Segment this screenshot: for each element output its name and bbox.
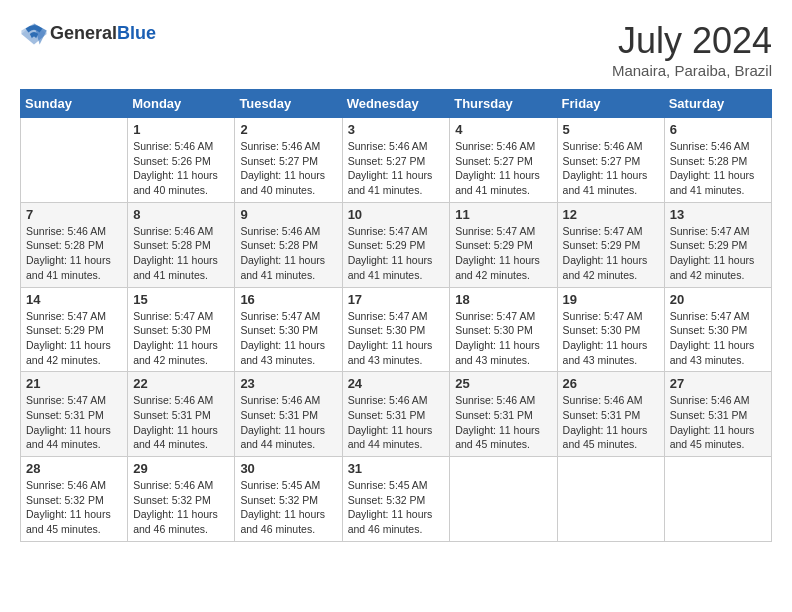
day-number: 22 <box>133 376 229 391</box>
calendar-cell: 3Sunrise: 5:46 AMSunset: 5:27 PMDaylight… <box>342 118 450 203</box>
logo-text: General Blue <box>50 24 156 44</box>
day-number: 25 <box>455 376 551 391</box>
cell-info: Sunrise: 5:46 AMSunset: 5:31 PMDaylight:… <box>563 393 659 452</box>
calendar-cell <box>664 457 771 542</box>
week-row-4: 21Sunrise: 5:47 AMSunset: 5:31 PMDayligh… <box>21 372 772 457</box>
day-number: 17 <box>348 292 445 307</box>
cell-info: Sunrise: 5:46 AMSunset: 5:27 PMDaylight:… <box>455 139 551 198</box>
cell-info: Sunrise: 5:45 AMSunset: 5:32 PMDaylight:… <box>348 478 445 537</box>
day-number: 9 <box>240 207 336 222</box>
cell-info: Sunrise: 5:46 AMSunset: 5:27 PMDaylight:… <box>240 139 336 198</box>
week-row-2: 7Sunrise: 5:46 AMSunset: 5:28 PMDaylight… <box>21 202 772 287</box>
cell-info: Sunrise: 5:46 AMSunset: 5:28 PMDaylight:… <box>240 224 336 283</box>
cell-info: Sunrise: 5:47 AMSunset: 5:29 PMDaylight:… <box>563 224 659 283</box>
calendar-cell: 7Sunrise: 5:46 AMSunset: 5:28 PMDaylight… <box>21 202 128 287</box>
cell-info: Sunrise: 5:45 AMSunset: 5:32 PMDaylight:… <box>240 478 336 537</box>
calendar-cell: 17Sunrise: 5:47 AMSunset: 5:30 PMDayligh… <box>342 287 450 372</box>
page-header: General Blue July 2024 Manaira, Paraiba,… <box>20 20 772 79</box>
day-number: 20 <box>670 292 766 307</box>
day-number: 27 <box>670 376 766 391</box>
calendar-cell: 6Sunrise: 5:46 AMSunset: 5:28 PMDaylight… <box>664 118 771 203</box>
day-number: 10 <box>348 207 445 222</box>
cell-info: Sunrise: 5:46 AMSunset: 5:32 PMDaylight:… <box>26 478 122 537</box>
calendar-cell <box>450 457 557 542</box>
cell-info: Sunrise: 5:47 AMSunset: 5:30 PMDaylight:… <box>240 309 336 368</box>
day-number: 24 <box>348 376 445 391</box>
calendar-header-row: SundayMondayTuesdayWednesdayThursdayFrid… <box>21 90 772 118</box>
calendar-cell: 31Sunrise: 5:45 AMSunset: 5:32 PMDayligh… <box>342 457 450 542</box>
calendar-cell: 22Sunrise: 5:46 AMSunset: 5:31 PMDayligh… <box>128 372 235 457</box>
day-header-saturday: Saturday <box>664 90 771 118</box>
cell-info: Sunrise: 5:46 AMSunset: 5:27 PMDaylight:… <box>563 139 659 198</box>
cell-info: Sunrise: 5:47 AMSunset: 5:29 PMDaylight:… <box>348 224 445 283</box>
day-number: 7 <box>26 207 122 222</box>
cell-info: Sunrise: 5:46 AMSunset: 5:26 PMDaylight:… <box>133 139 229 198</box>
cell-info: Sunrise: 5:46 AMSunset: 5:28 PMDaylight:… <box>26 224 122 283</box>
calendar-cell <box>557 457 664 542</box>
calendar-cell: 24Sunrise: 5:46 AMSunset: 5:31 PMDayligh… <box>342 372 450 457</box>
calendar-cell: 10Sunrise: 5:47 AMSunset: 5:29 PMDayligh… <box>342 202 450 287</box>
logo-blue: Blue <box>117 24 156 44</box>
location: Manaira, Paraiba, Brazil <box>612 62 772 79</box>
cell-info: Sunrise: 5:47 AMSunset: 5:30 PMDaylight:… <box>563 309 659 368</box>
title-block: July 2024 Manaira, Paraiba, Brazil <box>612 20 772 79</box>
calendar-cell: 4Sunrise: 5:46 AMSunset: 5:27 PMDaylight… <box>450 118 557 203</box>
calendar-cell: 15Sunrise: 5:47 AMSunset: 5:30 PMDayligh… <box>128 287 235 372</box>
day-number: 4 <box>455 122 551 137</box>
cell-info: Sunrise: 5:47 AMSunset: 5:29 PMDaylight:… <box>455 224 551 283</box>
day-number: 5 <box>563 122 659 137</box>
calendar-cell: 5Sunrise: 5:46 AMSunset: 5:27 PMDaylight… <box>557 118 664 203</box>
day-number: 19 <box>563 292 659 307</box>
cell-info: Sunrise: 5:47 AMSunset: 5:30 PMDaylight:… <box>670 309 766 368</box>
day-number: 1 <box>133 122 229 137</box>
calendar-cell: 8Sunrise: 5:46 AMSunset: 5:28 PMDaylight… <box>128 202 235 287</box>
calendar-cell: 2Sunrise: 5:46 AMSunset: 5:27 PMDaylight… <box>235 118 342 203</box>
day-number: 26 <box>563 376 659 391</box>
day-number: 11 <box>455 207 551 222</box>
calendar-cell: 27Sunrise: 5:46 AMSunset: 5:31 PMDayligh… <box>664 372 771 457</box>
cell-info: Sunrise: 5:47 AMSunset: 5:30 PMDaylight:… <box>133 309 229 368</box>
month-title: July 2024 <box>612 20 772 62</box>
day-number: 30 <box>240 461 336 476</box>
calendar-cell <box>21 118 128 203</box>
day-number: 16 <box>240 292 336 307</box>
calendar-cell: 9Sunrise: 5:46 AMSunset: 5:28 PMDaylight… <box>235 202 342 287</box>
day-number: 29 <box>133 461 229 476</box>
calendar-cell: 13Sunrise: 5:47 AMSunset: 5:29 PMDayligh… <box>664 202 771 287</box>
day-number: 14 <box>26 292 122 307</box>
cell-info: Sunrise: 5:46 AMSunset: 5:31 PMDaylight:… <box>133 393 229 452</box>
day-number: 21 <box>26 376 122 391</box>
day-number: 31 <box>348 461 445 476</box>
calendar-table: SundayMondayTuesdayWednesdayThursdayFrid… <box>20 89 772 542</box>
calendar-cell: 26Sunrise: 5:46 AMSunset: 5:31 PMDayligh… <box>557 372 664 457</box>
week-row-1: 1Sunrise: 5:46 AMSunset: 5:26 PMDaylight… <box>21 118 772 203</box>
calendar-cell: 1Sunrise: 5:46 AMSunset: 5:26 PMDaylight… <box>128 118 235 203</box>
calendar-cell: 29Sunrise: 5:46 AMSunset: 5:32 PMDayligh… <box>128 457 235 542</box>
calendar-cell: 23Sunrise: 5:46 AMSunset: 5:31 PMDayligh… <box>235 372 342 457</box>
calendar-cell: 12Sunrise: 5:47 AMSunset: 5:29 PMDayligh… <box>557 202 664 287</box>
day-number: 18 <box>455 292 551 307</box>
logo-general: General <box>50 24 117 44</box>
cell-info: Sunrise: 5:47 AMSunset: 5:31 PMDaylight:… <box>26 393 122 452</box>
cell-info: Sunrise: 5:46 AMSunset: 5:31 PMDaylight:… <box>670 393 766 452</box>
day-header-thursday: Thursday <box>450 90 557 118</box>
day-number: 12 <box>563 207 659 222</box>
day-header-sunday: Sunday <box>21 90 128 118</box>
day-number: 3 <box>348 122 445 137</box>
cell-info: Sunrise: 5:47 AMSunset: 5:29 PMDaylight:… <box>26 309 122 368</box>
calendar-cell: 21Sunrise: 5:47 AMSunset: 5:31 PMDayligh… <box>21 372 128 457</box>
cell-info: Sunrise: 5:46 AMSunset: 5:31 PMDaylight:… <box>240 393 336 452</box>
day-header-wednesday: Wednesday <box>342 90 450 118</box>
logo: General Blue <box>20 20 156 48</box>
day-number: 8 <box>133 207 229 222</box>
day-number: 28 <box>26 461 122 476</box>
day-number: 13 <box>670 207 766 222</box>
day-number: 6 <box>670 122 766 137</box>
cell-info: Sunrise: 5:47 AMSunset: 5:30 PMDaylight:… <box>348 309 445 368</box>
day-header-tuesday: Tuesday <box>235 90 342 118</box>
calendar-cell: 25Sunrise: 5:46 AMSunset: 5:31 PMDayligh… <box>450 372 557 457</box>
calendar-cell: 18Sunrise: 5:47 AMSunset: 5:30 PMDayligh… <box>450 287 557 372</box>
week-row-3: 14Sunrise: 5:47 AMSunset: 5:29 PMDayligh… <box>21 287 772 372</box>
calendar-cell: 14Sunrise: 5:47 AMSunset: 5:29 PMDayligh… <box>21 287 128 372</box>
week-row-5: 28Sunrise: 5:46 AMSunset: 5:32 PMDayligh… <box>21 457 772 542</box>
